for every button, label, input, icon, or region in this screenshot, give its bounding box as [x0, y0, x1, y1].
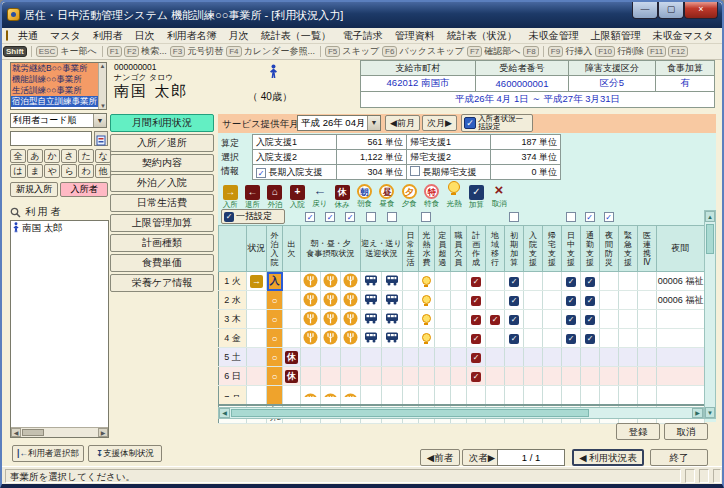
- day-cell-emergency[interactable]: [619, 367, 638, 386]
- day-cell-daytime[interactable]: ✓: [562, 272, 581, 291]
- day-cell-date[interactable]: 5 土: [219, 348, 247, 367]
- search-lookup-button[interactable]: [94, 131, 108, 146]
- column-batch-checkbox[interactable]: ✓: [345, 212, 355, 222]
- day-cell-capacity[interactable]: [435, 272, 451, 291]
- close-button[interactable]: ×: [684, 2, 718, 19]
- resize-grip[interactable]: [713, 469, 721, 483]
- day-cell-status[interactable]: [247, 329, 267, 348]
- santei-checkbox[interactable]: [410, 166, 420, 176]
- nav-button-外泊／入院[interactable]: 外泊／入院: [110, 174, 214, 192]
- day-cell-overnight[interactable]: ○: [267, 310, 283, 329]
- user-select-section-button[interactable]: |←利用者選択部: [12, 445, 84, 462]
- day-cell-home[interactable]: [543, 348, 562, 367]
- day-cell-transport[interactable]: [382, 291, 403, 310]
- day-cell-night[interactable]: [657, 348, 705, 367]
- day-cell-utilities[interactable]: [419, 272, 435, 291]
- legend-item-return-arrow[interactable]: ←戻り: [309, 181, 331, 210]
- batch-set-button[interactable]: ✓ 一括設定: [221, 209, 285, 224]
- day-cell-staff[interactable]: [451, 386, 467, 405]
- grid-hscrollbar[interactable]: ◀ ▶: [218, 407, 704, 419]
- kana-filter-button[interactable]: わ: [78, 164, 94, 178]
- day-cell-commute[interactable]: [581, 367, 600, 386]
- column-batch-checkbox[interactable]: [509, 212, 519, 222]
- day-cell-meal[interactable]: [341, 367, 361, 386]
- day-cell-date[interactable]: 3 木: [219, 310, 247, 329]
- day-cell-daytime[interactable]: [562, 386, 581, 405]
- day-cell-initial[interactable]: [505, 348, 524, 367]
- day-cell-medical[interactable]: [638, 310, 657, 329]
- day-cell-emergency[interactable]: [619, 329, 638, 348]
- day-cell-commute[interactable]: ✓: [581, 329, 600, 348]
- day-cell-plan[interactable]: [467, 386, 486, 405]
- day-cell-region[interactable]: [486, 272, 505, 291]
- day-cell-plan[interactable]: ✓: [467, 291, 486, 310]
- day-cell-staff[interactable]: [451, 272, 467, 291]
- day-cell-region[interactable]: [486, 348, 505, 367]
- day-cell-home[interactable]: [543, 291, 562, 310]
- day-cell-home[interactable]: [543, 329, 562, 348]
- admitted-button[interactable]: 入所者: [60, 182, 108, 197]
- day-cell-hosp[interactable]: [524, 367, 543, 386]
- kana-filter-button[interactable]: あ: [27, 149, 43, 163]
- day-cell-transport[interactable]: [382, 367, 403, 386]
- day-cell-meal[interactable]: [341, 272, 361, 291]
- day-cell-daily-life[interactable]: [403, 348, 419, 367]
- day-cell-date[interactable]: 7 月: [219, 386, 247, 405]
- office-list-item[interactable]: 宿泊型自立訓練事業所: [11, 96, 100, 107]
- day-cell-capacity[interactable]: [435, 329, 451, 348]
- prev-person-button[interactable]: ◀前者: [420, 449, 460, 466]
- day-cell-date[interactable]: 2 水: [219, 291, 247, 310]
- minimize-button[interactable]: —: [632, 2, 658, 19]
- day-cell-commute[interactable]: [581, 348, 600, 367]
- column-batch-checkbox[interactable]: [566, 212, 576, 222]
- nav-button-月間利用状況[interactable]: 月間利用状況: [110, 114, 214, 132]
- day-cell-initial[interactable]: ✓: [505, 272, 524, 291]
- day-cell-capacity[interactable]: [435, 348, 451, 367]
- grid-vscrollbar[interactable]: ▲ ▼: [704, 210, 716, 419]
- day-cell-daily-life[interactable]: [403, 272, 419, 291]
- toolbar-command[interactable]: 確認部へ: [484, 45, 520, 58]
- day-cell-utilities[interactable]: [419, 348, 435, 367]
- day-cell-transport[interactable]: [361, 348, 382, 367]
- day-cell-meal[interactable]: [341, 291, 361, 310]
- day-cell-daytime[interactable]: [562, 367, 581, 386]
- office-list-item[interactable]: 就労継続B○○事業所: [11, 63, 100, 74]
- day-cell-capacity[interactable]: [435, 310, 451, 329]
- menu-item[interactable]: 上限額管理: [585, 28, 647, 44]
- day-cell-meal[interactable]: [321, 386, 341, 405]
- next-person-button[interactable]: 次者▶: [462, 449, 502, 466]
- day-cell-attendance[interactable]: [283, 386, 301, 405]
- day-cell-transport[interactable]: [382, 329, 403, 348]
- menu-item[interactable]: 利用者名簿: [161, 28, 223, 44]
- day-cell-meal[interactable]: [341, 386, 361, 405]
- nav-button-食費単価[interactable]: 食費単価: [110, 254, 214, 272]
- day-cell-transport[interactable]: [382, 348, 403, 367]
- day-cell-commute[interactable]: ✓: [581, 272, 600, 291]
- kana-filter-button[interactable]: 他: [95, 164, 111, 178]
- kana-filter-button[interactable]: ま: [27, 164, 43, 178]
- day-cell-daily-life[interactable]: [403, 386, 419, 405]
- day-cell-medical[interactable]: [638, 367, 657, 386]
- day-cell-overnight[interactable]: 入: [267, 272, 283, 291]
- day-cell-plan[interactable]: ✓: [467, 310, 486, 329]
- day-cell-meal[interactable]: [301, 348, 321, 367]
- day-cell-medical[interactable]: [638, 386, 657, 405]
- day-cell-transport[interactable]: [361, 386, 382, 405]
- user-search-input[interactable]: [10, 131, 92, 146]
- day-cell-meal[interactable]: [321, 348, 341, 367]
- day-cell-hosp[interactable]: [524, 291, 543, 310]
- day-cell-transport[interactable]: [382, 272, 403, 291]
- resident-status-batch-button[interactable]: ✓ 入所者状況一括設定: [461, 114, 533, 132]
- day-cell-staff[interactable]: [451, 291, 467, 310]
- day-cell-night_disaster[interactable]: [600, 291, 619, 310]
- toolbar-command[interactable]: キー部へ: [60, 45, 96, 58]
- toolbar-command[interactable]: カレンダー参照...: [244, 45, 315, 58]
- exit-button[interactable]: 終了: [650, 449, 708, 466]
- kana-filter-button[interactable]: た: [78, 149, 94, 163]
- day-cell-initial[interactable]: ✓: [505, 310, 524, 329]
- column-batch-checkbox[interactable]: ✓: [604, 212, 614, 222]
- day-cell-initial[interactable]: [505, 367, 524, 386]
- toolbar-command[interactable]: 検索...: [141, 45, 167, 58]
- day-cell-meal[interactable]: [301, 386, 321, 405]
- day-cell-home[interactable]: [543, 367, 562, 386]
